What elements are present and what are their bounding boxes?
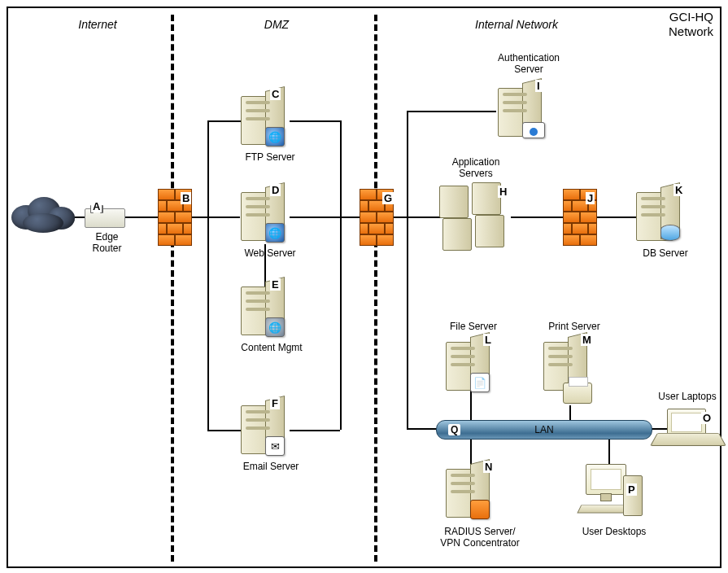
tag-A: A bbox=[91, 200, 102, 212]
conn-L-Q bbox=[470, 389, 472, 422]
tag-J: J bbox=[586, 192, 595, 204]
conn-G-Q bbox=[407, 428, 438, 430]
label-H: Application Servers bbox=[439, 156, 512, 179]
zone-dmz-title: DMZ bbox=[244, 18, 309, 31]
tag-O: O bbox=[701, 412, 713, 424]
diagram-title-line1: GCI-HQ bbox=[669, 10, 713, 24]
network-diagram: GCI-HQ Network Internet DMZ Internal Net… bbox=[0, 0, 728, 573]
label-O: User Laptops bbox=[651, 391, 724, 402]
node-content-mgmt: 🌐 bbox=[241, 280, 290, 334]
globe-icon: 🌐 bbox=[265, 223, 285, 243]
tag-Q: Q bbox=[448, 424, 460, 435]
label-C: FTP Server bbox=[238, 151, 303, 163]
tag-C: C bbox=[270, 88, 281, 100]
label-E: Content Mgmt bbox=[231, 342, 312, 353]
label-D: Web Server bbox=[238, 247, 303, 259]
tag-D: D bbox=[270, 184, 281, 196]
tag-M: M bbox=[581, 334, 593, 346]
globe-icon: 🌐 bbox=[265, 127, 285, 147]
conn-G-up bbox=[407, 111, 408, 217]
printer-icon bbox=[563, 383, 592, 404]
label-K: DB Server bbox=[633, 247, 698, 259]
tag-G: G bbox=[382, 192, 394, 204]
card-icon bbox=[522, 122, 545, 138]
tag-B: B bbox=[181, 192, 191, 204]
globe-icon: 🌐 bbox=[265, 317, 285, 337]
conn-D-G bbox=[290, 217, 340, 218]
conn-B-C bbox=[207, 120, 242, 122]
label-P: User Desktops bbox=[569, 526, 659, 537]
conn-G-H bbox=[394, 217, 442, 218]
node-email-server: ✉ bbox=[241, 399, 290, 453]
conn-A-B bbox=[122, 217, 159, 218]
conn-B-junction bbox=[191, 217, 209, 218]
divider-internet-dmz bbox=[171, 15, 174, 562]
conn-B-vert bbox=[207, 120, 209, 430]
diagram-title-line2: Network bbox=[669, 24, 713, 38]
conn-J-K bbox=[595, 217, 638, 218]
tag-N: N bbox=[483, 461, 494, 473]
zone-internal-title: Internal Network bbox=[456, 18, 578, 31]
label-F: Email Server bbox=[234, 461, 307, 472]
diagram-title: GCI-HQ Network bbox=[669, 10, 713, 39]
internet-cloud-icon bbox=[11, 194, 76, 234]
conn-bus-G bbox=[340, 217, 360, 218]
db-icon bbox=[660, 225, 680, 241]
doc-icon: 📄 bbox=[470, 373, 490, 392]
tag-H: H bbox=[498, 186, 508, 198]
divider-dmz-internal bbox=[374, 15, 377, 562]
tag-I: I bbox=[535, 80, 542, 92]
label-M: Print Server bbox=[534, 321, 615, 332]
label-A: Edge Router bbox=[85, 231, 129, 254]
node-lan-bus: Q LAN bbox=[436, 420, 652, 440]
conn-H-J bbox=[511, 217, 563, 218]
tag-E: E bbox=[270, 278, 281, 291]
label-N: RADIUS Server/ VPN Concentrator bbox=[423, 526, 537, 549]
node-web-server: 🌐 bbox=[241, 186, 290, 239]
conn-G-I bbox=[407, 111, 496, 112]
conn-M-Q bbox=[569, 405, 571, 422]
tag-K: K bbox=[674, 184, 684, 196]
mail-icon: ✉ bbox=[265, 436, 285, 456]
firewall-icon bbox=[470, 500, 490, 519]
zone-internet-title: Internet bbox=[49, 18, 146, 31]
label-L: File Server bbox=[441, 321, 506, 332]
tag-L: L bbox=[483, 334, 493, 346]
conn-dmz-rightbus bbox=[340, 120, 342, 430]
label-I: Authentication Server bbox=[480, 52, 578, 75]
label-Q: LAN bbox=[534, 424, 553, 435]
node-ftp-server: 🌐 bbox=[241, 90, 290, 143]
tag-P: P bbox=[626, 483, 637, 496]
conn-F-G bbox=[290, 430, 340, 431]
conn-G-down bbox=[407, 217, 408, 428]
tag-F: F bbox=[270, 397, 280, 409]
conn-C-G bbox=[290, 120, 340, 122]
conn-B-F bbox=[207, 430, 242, 431]
